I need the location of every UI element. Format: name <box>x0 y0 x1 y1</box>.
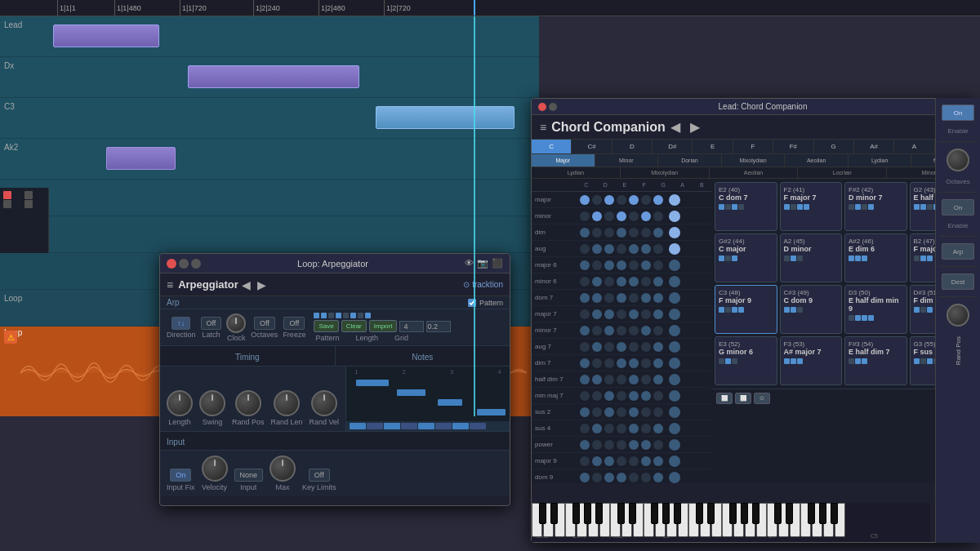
black-key-2-3[interactable] <box>707 503 715 524</box>
key-G[interactable]: G <box>814 140 854 153</box>
input-none-btn[interactable]: None <box>234 469 264 482</box>
lead-clip-1[interactable] <box>53 24 159 47</box>
black-key-0-3[interactable] <box>550 503 558 524</box>
panel-dest-btn[interactable]: Dest <box>942 273 974 290</box>
chord-row-0[interactable]: major <box>532 192 711 208</box>
chord-row-14[interactable]: sus 4 <box>532 420 711 437</box>
key-D#[interactable]: D# <box>653 140 693 153</box>
mode-aeolian[interactable]: Aeolian <box>785 154 849 167</box>
note-bar-4[interactable] <box>477 409 506 415</box>
chord-card-14[interactable]: F#3 (54) E half dim 7 <box>844 336 907 385</box>
chord-row-7[interactable]: major 7 <box>532 306 711 322</box>
black-key-2-8[interactable] <box>741 503 748 524</box>
chord-row-2[interactable]: dim <box>532 224 711 241</box>
smode-mixolydian[interactable]: Mixolydian <box>621 167 710 178</box>
black-key-0-10[interactable] <box>595 503 603 524</box>
key-C[interactable]: C <box>532 140 572 153</box>
chord-card-12[interactable]: E3 (52) G minor 6 <box>715 336 777 385</box>
chord-row-6[interactable]: dom 7 <box>532 290 711 306</box>
black-key-1-6[interactable] <box>651 503 658 524</box>
chord-card-8[interactable]: C3 (48) F major 9 <box>715 285 777 334</box>
chord-action-1[interactable]: ⬜ <box>716 393 733 404</box>
mode-mixolydian[interactable]: Mixolydian <box>722 154 786 167</box>
rand-pos-knob[interactable] <box>235 390 261 416</box>
arp-eye-icon[interactable]: 👁 <box>465 258 474 269</box>
length-input[interactable] <box>399 321 424 332</box>
black-key-3-3[interactable] <box>786 503 793 524</box>
chord-row-5[interactable]: minor 6 <box>532 273 711 290</box>
chord-row-4[interactable]: major 6 <box>532 257 711 273</box>
rand-len-knob[interactable] <box>274 390 300 416</box>
ctrl-2[interactable] <box>24 191 33 199</box>
ctrl-1[interactable] <box>3 191 11 199</box>
arp-alert-icon[interactable]: ⬛ <box>492 258 503 269</box>
length-knob[interactable] <box>167 390 193 416</box>
octaves-btn[interactable]: Off <box>254 317 275 330</box>
chord-row-17[interactable]: dom 9 <box>532 469 711 483</box>
arp-next-btn[interactable]: ▶ <box>254 278 270 291</box>
chord-row-13[interactable]: sus 2 <box>532 404 711 420</box>
swing-knob[interactable] <box>199 390 225 416</box>
chord-menu-icon[interactable]: ≡ <box>540 121 546 134</box>
chord-row-10[interactable]: dim 7 <box>532 355 711 371</box>
black-key-3-10[interactable] <box>831 503 838 524</box>
key-limits-btn[interactable]: Off <box>309 469 330 482</box>
mode-minor[interactable]: Minor <box>595 154 659 167</box>
chord-row-3[interactable]: aug <box>532 241 711 257</box>
key-F#[interactable]: F# <box>773 140 813 153</box>
key-E[interactable]: E <box>693 140 733 153</box>
note-bar-1[interactable] <box>356 380 389 386</box>
black-key-3-8[interactable] <box>819 503 826 524</box>
mode-dorian[interactable]: Dorian <box>658 154 722 167</box>
chord-card-1[interactable]: F2 (41) F major 7 <box>780 182 843 231</box>
direction-btn[interactable]: ↑↓ <box>172 317 190 330</box>
import-btn[interactable]: Import <box>369 320 398 332</box>
chord-row-12[interactable]: min maj 7 <box>532 388 711 404</box>
key-F[interactable]: F <box>733 140 773 153</box>
black-key-1-8[interactable] <box>662 503 670 524</box>
note-bar-3[interactable] <box>438 399 462 406</box>
black-key-3-6[interactable] <box>808 503 815 524</box>
panel-arp-btn[interactable]: Arp <box>942 243 974 260</box>
note-grid[interactable]: 1 2 3 4 <box>346 367 510 431</box>
arp-menu-icon[interactable]: ≡ <box>167 278 173 291</box>
black-key-3-1[interactable] <box>774 503 782 524</box>
panel-on-btn[interactable]: On <box>942 104 974 121</box>
arp-min-btn[interactable] <box>179 259 189 269</box>
key-A[interactable]: A <box>894 140 934 153</box>
chord-row-15[interactable]: power <box>532 437 711 453</box>
chord-next-btn[interactable]: ▶ <box>685 119 705 135</box>
smode-aeolian[interactable]: Aeolian <box>710 167 799 178</box>
smode-lydian[interactable]: Lydian <box>532 167 621 178</box>
chord-action-2[interactable]: ⬜ <box>735 393 751 404</box>
chord-card-5[interactable]: A2 (45) D minor <box>780 233 843 282</box>
chord-action-3[interactable]: ⊙ <box>754 393 770 404</box>
chord-card-10[interactable]: D3 (50) E half dim min 9 <box>844 285 907 334</box>
chord-card-2[interactable]: F#2 (42) D minor 7 <box>844 182 907 231</box>
smode-locrian[interactable]: Locrian <box>798 167 887 178</box>
arp-prev-btn[interactable]: ◀ <box>238 278 254 291</box>
clear-btn[interactable]: Clear <box>341 320 367 332</box>
arp-camera-icon[interactable]: 📷 <box>477 258 488 269</box>
black-key-0-8[interactable] <box>584 503 591 524</box>
chord-card-6[interactable]: A#2 (46) E dim 6 <box>844 233 907 282</box>
chord-row-8[interactable]: minor 7 <box>532 322 711 339</box>
grid-input[interactable] <box>426 321 451 332</box>
arp-settings-btn[interactable] <box>191 259 201 269</box>
clock-knob[interactable] <box>226 313 246 333</box>
ctrl-3[interactable] <box>3 200 11 208</box>
key-C#[interactable]: C# <box>572 140 612 153</box>
ctrl-4[interactable] <box>24 200 33 208</box>
chord-row-16[interactable]: major 9 <box>532 453 711 469</box>
black-key-2-10[interactable] <box>752 503 760 524</box>
c3-clip-1[interactable] <box>376 106 514 129</box>
chord-card-9[interactable]: C#3 (49) C dom 9 <box>780 285 843 334</box>
max-knob[interactable] <box>270 455 296 482</box>
note-bar-2[interactable] <box>397 389 425 396</box>
chord-close-btn[interactable] <box>538 103 546 111</box>
chord-card-4[interactable]: G#2 (44) C major <box>715 233 777 282</box>
arp-close-btn[interactable] <box>167 259 176 269</box>
black-key-0-6[interactable] <box>572 503 580 524</box>
key-D[interactable]: D <box>612 140 653 153</box>
black-key-0-1[interactable] <box>539 503 546 524</box>
